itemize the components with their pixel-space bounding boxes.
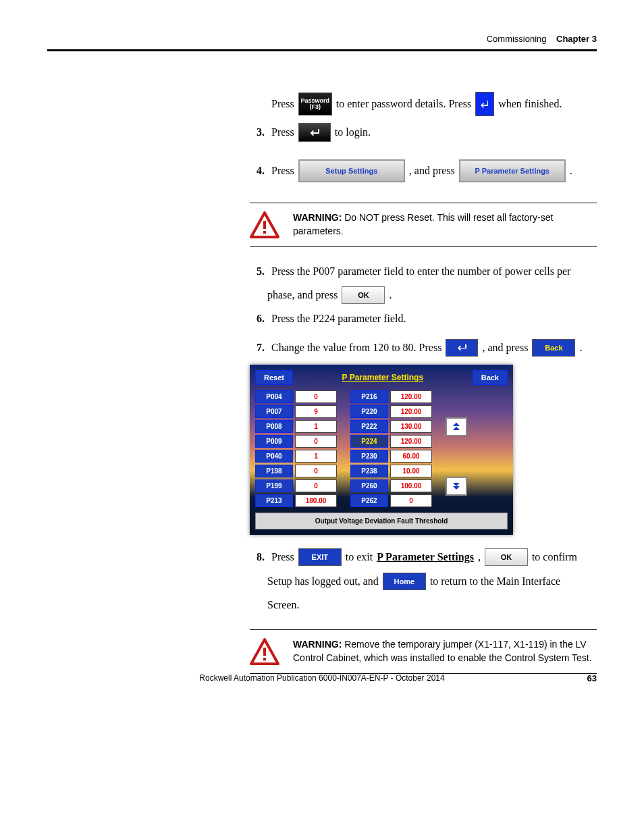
param-name-cell[interactable]: P040: [255, 450, 293, 463]
param-name-cell[interactable]: P260: [350, 479, 388, 492]
text: Press: [271, 163, 294, 179]
ok-button[interactable]: OK: [342, 286, 385, 304]
double-chevron-down-icon: [452, 482, 461, 490]
ss-right-value-col: 120.00120.00130.00120.0060.0010.00100.00…: [390, 390, 432, 507]
warning-block-1: WARNING: Do NOT press Reset. This will r…: [250, 211, 597, 238]
header-chapter: Chapter 3: [556, 34, 597, 44]
param-value-cell[interactable]: 0: [295, 479, 337, 492]
warning-label: WARNING:: [293, 639, 342, 650]
ss-reset-button[interactable]: Reset: [255, 370, 293, 385]
header-rule: [47, 49, 597, 51]
ss-left-value-col: 0910100180.00: [295, 390, 337, 507]
ss-status-bar: Output Voltage Deviation Fault Threshold: [255, 513, 508, 529]
param-value-cell[interactable]: 1: [295, 420, 337, 433]
step-number: 8.: [250, 549, 265, 565]
enter-button-blue[interactable]: [446, 339, 478, 357]
param-value-cell[interactable]: 130.00: [390, 420, 432, 433]
step-number: 5.: [250, 263, 265, 280]
param-value-cell[interactable]: 0: [295, 390, 337, 403]
divider: [250, 203, 597, 203]
back-button[interactable]: Back: [532, 339, 575, 357]
param-name-cell[interactable]: P008: [255, 420, 293, 433]
ss-left-param-col: P004P007P008P009P040P198P199P213: [255, 390, 293, 507]
text: , and press: [482, 340, 528, 356]
warning-triangle-icon: [250, 211, 279, 238]
param-name-cell[interactable]: P238: [350, 465, 388, 477]
enter-button[interactable]: [475, 92, 494, 116]
param-value-cell[interactable]: 120.00: [390, 435, 432, 448]
double-chevron-up-icon: [452, 423, 461, 431]
step-password: Press Password (F3) to enter password de…: [250, 92, 597, 116]
hmi-screenshot: Reset P Parameter Settings Back P004P007…: [250, 365, 513, 535]
enter-icon: [456, 344, 467, 352]
param-name-cell[interactable]: P199: [255, 479, 293, 492]
text: to exit: [346, 549, 373, 565]
param-value-cell[interactable]: 120.00: [390, 405, 432, 418]
warning-triangle-icon: [250, 638, 279, 665]
page-header: Commissioning Chapter 3: [47, 34, 597, 44]
param-name-cell[interactable]: P007: [255, 405, 293, 418]
warning-block-2: WARNING: Remove the temporary jumper (X1…: [250, 638, 597, 665]
text: Screen.: [267, 597, 300, 613]
step-8-cont: Setup has logged out, and Home to return…: [267, 573, 597, 590]
step-6: 6. Press the P224 parameter field.: [250, 311, 597, 327]
step-7: 7. Change the value from 120 to 80. Pres…: [250, 339, 597, 357]
text: to login.: [335, 124, 371, 140]
ss-back-button[interactable]: Back: [473, 370, 508, 385]
enter-icon: [480, 99, 489, 109]
param-name-cell[interactable]: P224: [350, 435, 388, 448]
text: , and press: [409, 163, 455, 179]
page-footer: Rockwell Automation Publication 6000-IN0…: [47, 673, 597, 683]
step-number: 4.: [250, 163, 265, 179]
param-name-cell[interactable]: P213: [255, 494, 293, 507]
param-name-cell[interactable]: P262: [350, 494, 388, 507]
param-value-cell[interactable]: 0: [295, 435, 337, 448]
password-f3-button[interactable]: Password (F3): [298, 93, 332, 115]
scroll-up-button[interactable]: [446, 417, 467, 436]
step-5-cont: phase, and press OK .: [267, 286, 597, 304]
text: .: [579, 340, 582, 356]
p-parameter-link: P Parameter Settings: [377, 549, 474, 565]
divider: [250, 629, 597, 630]
param-name-cell[interactable]: P009: [255, 435, 293, 448]
param-value-cell[interactable]: 1: [295, 450, 337, 463]
text: Press: [271, 549, 294, 565]
param-name-cell[interactable]: P222: [350, 420, 388, 433]
step-number: 7.: [250, 340, 265, 356]
param-value-cell[interactable]: 60.00: [390, 450, 432, 463]
param-value-cell[interactable]: 10.00: [390, 465, 432, 477]
p-parameter-settings-button[interactable]: P Parameter Settings: [459, 159, 566, 182]
param-value-cell[interactable]: 0: [295, 465, 337, 477]
enter-button-black[interactable]: [298, 123, 331, 142]
step-5: 5. Press the P007 parameter field to ent…: [250, 263, 597, 280]
step-8-cont2: Screen.: [267, 597, 597, 613]
header-section: Commissioning: [487, 34, 547, 44]
divider: [250, 246, 597, 247]
param-name-cell[interactable]: P220: [350, 405, 388, 418]
step-number: 6.: [250, 311, 265, 327]
param-value-cell[interactable]: 120.00: [390, 390, 432, 403]
exit-button[interactable]: EXIT: [298, 548, 342, 566]
warning-label: WARNING:: [293, 212, 342, 223]
svg-rect-0: [263, 221, 266, 229]
param-name-cell[interactable]: P004: [255, 390, 293, 403]
scroll-down-button[interactable]: [446, 477, 467, 496]
text: Press the P224 parameter field.: [271, 311, 406, 327]
ok-button[interactable]: OK: [485, 548, 528, 566]
param-name-cell[interactable]: P230: [350, 450, 388, 463]
text: Setup has logged out, and: [267, 573, 379, 590]
step-8: 8. Press EXIT to exit P Parameter Settin…: [250, 548, 597, 566]
param-name-cell[interactable]: P216: [350, 390, 388, 403]
param-value-cell[interactable]: 100.00: [390, 479, 432, 492]
text: Press: [271, 124, 294, 140]
param-value-cell[interactable]: 0: [390, 494, 432, 507]
ss-right-param-col: P216P220P222P224P230P238P260P262: [350, 390, 388, 507]
param-name-cell[interactable]: P198: [255, 465, 293, 477]
param-value-cell[interactable]: 180.00: [295, 494, 337, 507]
setup-settings-button[interactable]: Setup Settings: [298, 159, 405, 182]
ss-title: P Parameter Settings: [342, 373, 424, 382]
svg-rect-3: [263, 658, 266, 660]
text: Change the value from 120 to 80. Press: [271, 340, 441, 356]
home-button[interactable]: Home: [383, 573, 426, 590]
param-value-cell[interactable]: 9: [295, 405, 337, 418]
